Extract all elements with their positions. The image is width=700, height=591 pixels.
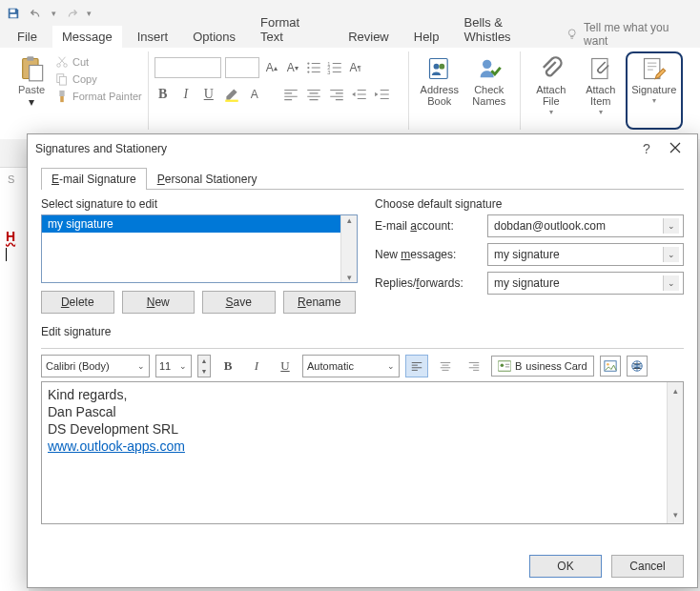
svg-rect-1 — [10, 14, 17, 18]
signature-label: Signature — [631, 84, 676, 95]
check-names-label: Check Names — [472, 84, 505, 107]
editor-bold-button[interactable]: B — [216, 355, 239, 377]
editor-line: Dan Pascal — [48, 403, 677, 420]
attach-item-button[interactable]: Attach Item▾ — [576, 51, 626, 130]
rename-button[interactable]: Rename — [283, 291, 357, 314]
new-messages-select[interactable]: my signature⌄ — [487, 243, 684, 266]
signature-list[interactable]: my signature — [41, 214, 358, 283]
svg-point-22 — [483, 60, 491, 69]
signature-editor[interactable]: Kind regards, Dan Pascal DS Development … — [41, 381, 684, 524]
format-painter-button[interactable]: Format Painter — [55, 90, 142, 103]
listbox-scrollbar[interactable] — [340, 215, 357, 282]
menu-options[interactable]: Options — [183, 26, 245, 48]
signature-button[interactable]: Signature ▾ — [626, 51, 683, 130]
increase-font-icon[interactable]: A▴ — [263, 59, 280, 76]
highlight-icon[interactable] — [223, 86, 240, 103]
bold-button[interactable]: B — [154, 86, 172, 103]
editor-font-combo[interactable]: Calibri (Body)⌄ — [41, 355, 150, 377]
editor-link[interactable]: www.outlook-apps.com — [48, 438, 185, 454]
undo-icon[interactable] — [29, 6, 44, 21]
cancel-button[interactable]: Cancel — [611, 555, 684, 578]
svg-point-2 — [568, 30, 575, 36]
svg-rect-25 — [498, 361, 511, 372]
editor-underline-button[interactable]: U — [274, 355, 297, 377]
paste-button[interactable]: Paste ▾ — [11, 51, 51, 130]
editor-align-center-button[interactable] — [434, 355, 457, 377]
svg-point-20 — [433, 64, 439, 70]
chevron-down-icon: ⌄ — [387, 361, 395, 371]
font-size-stepper[interactable]: ▲▼ — [197, 355, 211, 377]
ok-button[interactable]: OK — [529, 555, 602, 578]
new-button[interactable]: New — [122, 291, 196, 314]
align-right-icon[interactable] — [328, 86, 345, 103]
undo-dropdown-icon[interactable]: ▾ — [51, 9, 56, 18]
chevron-down-icon: ⌄ — [668, 278, 675, 288]
bullets-icon[interactable] — [305, 59, 322, 76]
address-book-label: Address Book — [421, 84, 459, 107]
menu-format-text[interactable]: Format Text — [251, 11, 333, 48]
indent-icon[interactable]: A¶ — [347, 59, 364, 76]
underline-button[interactable]: U — [200, 86, 217, 103]
editor-color-combo[interactable]: Automatic⌄ — [302, 355, 400, 377]
copy-icon — [55, 72, 69, 86]
help-button[interactable]: ? — [632, 141, 661, 156]
align-left-icon[interactable] — [282, 86, 299, 103]
menu-review[interactable]: Review — [339, 26, 399, 48]
attach-item-icon — [587, 55, 614, 82]
chevron-down-icon: ⌄ — [668, 221, 675, 231]
svg-point-14 — [307, 71, 309, 72]
menu-file[interactable]: File — [8, 26, 47, 48]
menu-insert[interactable]: Insert — [128, 26, 178, 48]
decrease-font-icon[interactable]: A▾ — [284, 59, 301, 76]
italic-button[interactable]: I — [177, 86, 195, 103]
qat-customize-icon[interactable]: ▾ — [87, 9, 92, 18]
menu-message[interactable]: Message — [52, 26, 122, 48]
editor-line: DS Development SRL — [48, 420, 677, 438]
font-color-icon[interactable]: A — [246, 86, 263, 103]
decrease-indent-icon[interactable] — [351, 86, 368, 103]
menu-bells-whistles[interactable]: Bells & Whistles — [455, 11, 560, 48]
check-names-button[interactable]: Check Names — [464, 51, 514, 130]
replies-forwards-select[interactable]: my signature⌄ — [487, 272, 684, 295]
svg-rect-0 — [10, 10, 15, 13]
increase-indent-icon[interactable] — [374, 86, 391, 103]
redo-icon[interactable] — [64, 6, 79, 21]
email-account-select[interactable]: dobdan@outlook.com⌄ — [487, 214, 684, 237]
tab-personal-stationery[interactable]: Personal Stationery — [147, 168, 268, 190]
svg-point-12 — [307, 62, 309, 64]
insert-link-button[interactable] — [627, 356, 648, 377]
editor-italic-button[interactable]: I — [245, 355, 268, 377]
save-button[interactable]: Save — [202, 291, 276, 314]
cursor — [6, 248, 7, 261]
sliver-h: H — [0, 191, 29, 244]
editor-align-left-button[interactable] — [405, 355, 428, 377]
editor-align-right-button[interactable] — [463, 355, 485, 377]
svg-point-21 — [439, 64, 444, 70]
insert-picture-button[interactable] — [600, 356, 621, 377]
address-book-icon — [426, 55, 453, 82]
select-signature-label: Select signature to edit — [41, 197, 356, 211]
email-account-label: E-mail account: — [375, 219, 480, 233]
menu-help[interactable]: Help — [404, 26, 449, 48]
svg-point-26 — [501, 363, 504, 367]
signature-list-item[interactable]: my signature — [42, 215, 357, 233]
tab-email-signature[interactable]: E-mail Signature — [41, 168, 147, 190]
svg-text:3: 3 — [327, 70, 330, 75]
close-button[interactable] — [661, 141, 690, 156]
compose-area-sliver: S H — [0, 167, 29, 591]
svg-point-28 — [607, 363, 609, 366]
attach-file-button[interactable]: Attach File▾ — [526, 51, 576, 130]
align-center-icon[interactable] — [305, 86, 322, 103]
business-card-button[interactable]: Business Card — [491, 356, 594, 377]
signature-icon — [641, 55, 668, 82]
editor-scrollbar[interactable] — [667, 382, 683, 523]
font-size-combo[interactable] — [225, 57, 259, 78]
delete-button[interactable]: Delete — [41, 291, 114, 314]
numbering-icon[interactable]: 123 — [326, 59, 343, 76]
save-icon[interactable] — [6, 6, 21, 21]
tell-me-search[interactable]: Tell me what you want — [566, 21, 692, 48]
signature-dropdown-icon: ▾ — [652, 95, 656, 107]
font-family-combo[interactable] — [154, 57, 221, 78]
editor-size-combo[interactable]: 11⌄ — [155, 355, 192, 377]
address-book-button[interactable]: Address Book — [415, 51, 464, 130]
